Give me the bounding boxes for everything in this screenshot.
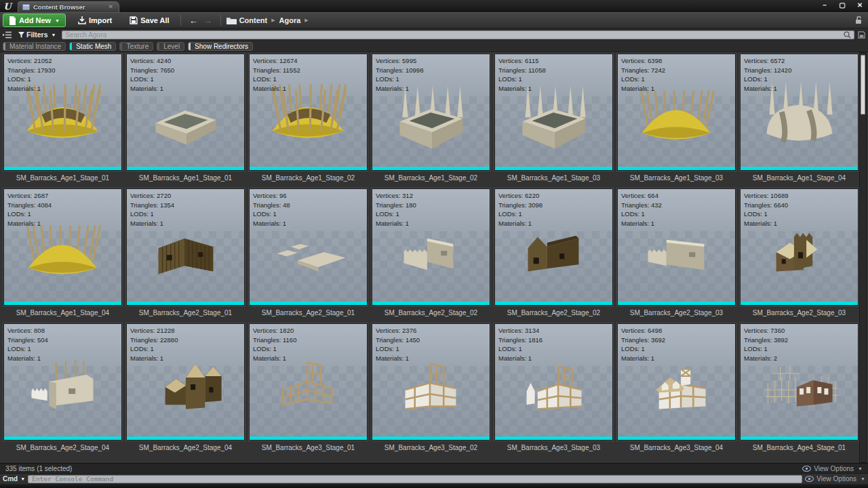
- mesh-stats: Vertices: 5995 Triangles: 10998 LODs: 1 …: [376, 56, 423, 93]
- import-icon: [78, 16, 86, 24]
- asset-tile[interactable]: Vertices: 2687 Triangles: 4084 LODs: 1 M…: [3, 188, 122, 323]
- asset-tile[interactable]: Vertices: 2720 Triangles: 1354 LODs: 1 M…: [126, 188, 245, 323]
- asset-thumbnail: Vertices: 6498 Triangles: 3692 LODs: 1 M…: [617, 323, 736, 441]
- asset-type-color-bar: [495, 436, 612, 440]
- filters-button[interactable]: Filters ▼: [16, 30, 58, 39]
- filter-chip-texture[interactable]: Texture: [119, 42, 153, 51]
- filter-chip-label: Texture: [122, 43, 153, 50]
- maximize-button[interactable]: ▢: [837, 1, 848, 9]
- mesh-stats: Vertices: 312 Triangles: 180 LODs: 1 Mat…: [376, 191, 416, 228]
- filter-chip-show-redirectors[interactable]: Show Redirectors: [188, 42, 253, 51]
- asset-tile[interactable]: Vertices: 96 Triangles: 48 LODs: 1 Mater…: [249, 188, 368, 323]
- mesh-stats: Vertices: 808 Triangles: 504 LODs: 1 Mat…: [7, 326, 48, 363]
- asset-name: SM_Barracks_Age1_Stage_03: [494, 174, 613, 182]
- view-options-label: View Options: [816, 475, 856, 483]
- save-all-button[interactable]: Save All: [124, 14, 174, 27]
- asset-name: SM_Barracks_Age2_Stage_01: [126, 309, 245, 317]
- save-search-icon[interactable]: [858, 31, 865, 39]
- title-bar: U Content Browser ✕ – ▢ ✕: [0, 0, 868, 12]
- asset-name: SM_Barracks_Age1_Stage_01: [3, 174, 122, 182]
- asset-tile[interactable]: Vertices: 2376 Triangles: 1450 LODs: 1 M…: [372, 323, 490, 458]
- cmd-dropdown[interactable]: Cmd ▼: [3, 475, 25, 483]
- view-options-button[interactable]: View Options ▼: [802, 465, 863, 472]
- asset-thumbnail: Vertices: 3134 Triangles: 1816 LODs: 1 M…: [494, 323, 613, 441]
- save-all-label: Save All: [140, 16, 169, 24]
- eye-icon: [805, 476, 814, 482]
- breadcrumb-separator-icon[interactable]: ▶: [303, 18, 309, 23]
- mesh-stats: Vertices: 96 Triangles: 48 LODs: 1 Mater…: [253, 191, 290, 228]
- asset-tile[interactable]: Vertices: 1820 Triangles: 1160 LODs: 1 M…: [249, 323, 368, 458]
- asset-tile[interactable]: Vertices: 5995 Triangles: 10998 LODs: 1 …: [372, 54, 490, 188]
- tab-close-icon[interactable]: ✕: [108, 4, 113, 10]
- minimize-button[interactable]: –: [819, 1, 830, 9]
- asset-thumbnail: Vertices: 4240 Triangles: 7650 LODs: 1 M…: [126, 54, 245, 171]
- filter-chip-static-mesh[interactable]: Static Mesh: [69, 42, 116, 51]
- console-command-input[interactable]: [32, 475, 798, 483]
- chevron-down-icon: ▼: [20, 476, 25, 481]
- search-box: [62, 30, 854, 39]
- filter-chip-label: Static Mesh: [72, 43, 115, 50]
- asset-type-color-bar: [127, 302, 244, 305]
- asset-name: SM_Barracks_Age2_Stage_04: [3, 444, 122, 451]
- cmd-label: Cmd: [3, 475, 18, 483]
- asset-tile[interactable]: Vertices: 21052 Triangles: 17930 LODs: 1…: [3, 54, 122, 188]
- asset-name: SM_Barracks_Age1_Stage_02: [249, 174, 368, 182]
- mesh-stats: Vertices: 10689 Triangles: 6640 LODs: 1 …: [744, 191, 789, 228]
- tab-title: Content Browser: [33, 3, 104, 11]
- console-view-options-button[interactable]: View Options ▼: [805, 475, 865, 483]
- lock-icon[interactable]: [855, 16, 863, 28]
- sources-panel-toggle-icon[interactable]: [3, 31, 12, 39]
- asset-tile[interactable]: Vertices: 6498 Triangles: 3692 LODs: 1 M…: [617, 323, 736, 458]
- asset-tile[interactable]: Vertices: 12674 Triangles: 11552 LODs: 1…: [249, 54, 368, 188]
- scrollbar-thumb[interactable]: [861, 55, 865, 115]
- asset-name: SM_Barracks_Age1_Stage_04: [740, 174, 859, 182]
- asset-tile[interactable]: Vertices: 664 Triangles: 432 LODs: 1 Mat…: [617, 188, 736, 323]
- close-button[interactable]: ✕: [854, 1, 865, 9]
- filter-chip-material-instance[interactable]: Material Instance: [3, 42, 66, 51]
- console-bar: Cmd ▼ View Options ▼: [0, 473, 868, 484]
- asset-thumbnail: Vertices: 664 Triangles: 432 LODs: 1 Mat…: [617, 188, 736, 306]
- search-input[interactable]: [65, 31, 844, 39]
- asset-tile[interactable]: Vertices: 6398 Triangles: 7242 LODs: 1 M…: [617, 54, 736, 188]
- asset-tile[interactable]: Vertices: 808 Triangles: 504 LODs: 1 Mat…: [3, 323, 122, 458]
- vertical-scrollbar[interactable]: [859, 52, 867, 463]
- asset-thumbnail: Vertices: 12674 Triangles: 11552 LODs: 1…: [249, 54, 368, 171]
- breadcrumb-content[interactable]: Content: [237, 16, 271, 24]
- status-bar: 335 items (1 selected) View Options ▼: [0, 463, 868, 473]
- view-options-label: View Options: [814, 465, 854, 472]
- asset-name: SM_Barracks_Age3_Stage_04: [617, 444, 736, 451]
- chevron-down-icon: ▼: [861, 476, 865, 481]
- asset-tile[interactable]: Vertices: 6115 Triangles: 11058 LODs: 1 …: [494, 54, 613, 188]
- asset-tile[interactable]: Vertices: 10689 Triangles: 6640 LODs: 1 …: [740, 188, 859, 323]
- asset-tile[interactable]: Vertices: 6572 Triangles: 12420 LODs: 1 …: [740, 54, 859, 188]
- search-icon: [844, 31, 851, 39]
- asset-type-color-bar: [372, 436, 490, 440]
- asset-type-color-bar: [4, 167, 121, 170]
- asset-thumbnail: Vertices: 312 Triangles: 180 LODs: 1 Mat…: [372, 188, 490, 306]
- asset-tile[interactable]: Vertices: 7360 Triangles: 3892 LODs: 1 M…: [740, 323, 859, 458]
- asset-tile[interactable]: Vertices: 4240 Triangles: 7650 LODs: 1 M…: [126, 54, 245, 188]
- asset-tile[interactable]: Vertices: 21228 Triangles: 22880 LODs: 1…: [126, 323, 245, 458]
- asset-thumbnail: Vertices: 6572 Triangles: 12420 LODs: 1 …: [740, 54, 859, 171]
- mesh-stats: Vertices: 21228 Triangles: 22880 LODs: 1…: [130, 326, 178, 363]
- mesh-stats: Vertices: 6572 Triangles: 12420 LODs: 1 …: [744, 56, 791, 93]
- asset-tile[interactable]: Vertices: 312 Triangles: 180 LODs: 1 Mat…: [372, 188, 490, 323]
- breadcrumb-agora[interactable]: Agora: [277, 16, 304, 24]
- back-arrow-icon[interactable]: ←: [186, 16, 201, 26]
- asset-type-color-bar: [741, 302, 858, 305]
- add-new-button[interactable]: Add New ▼: [3, 14, 66, 27]
- asset-type-color-bar: [495, 167, 612, 170]
- asset-type-color-bar: [372, 167, 490, 170]
- forward-arrow-icon[interactable]: →: [201, 16, 215, 26]
- mesh-stats: Vertices: 2720 Triangles: 1354 LODs: 1 M…: [130, 191, 174, 228]
- asset-name: SM_Barracks_Age1_Stage_01: [126, 174, 245, 182]
- filter-chip-level[interactable]: Level: [157, 42, 184, 51]
- mesh-stats: Vertices: 2687 Triangles: 4084 LODs: 1 M…: [7, 191, 52, 228]
- asset-name: SM_Barracks_Age3_Stage_01: [249, 444, 368, 451]
- asset-tile[interactable]: Vertices: 6220 Triangles: 3098 LODs: 1 M…: [494, 188, 613, 323]
- tab-content-browser[interactable]: Content Browser ✕: [18, 1, 119, 12]
- import-button[interactable]: Import: [73, 14, 117, 27]
- asset-type-color-bar: [127, 167, 244, 170]
- asset-tile[interactable]: Vertices: 3134 Triangles: 1816 LODs: 1 M…: [494, 323, 613, 458]
- asset-name: SM_Barracks_Age2_Stage_03: [740, 309, 859, 317]
